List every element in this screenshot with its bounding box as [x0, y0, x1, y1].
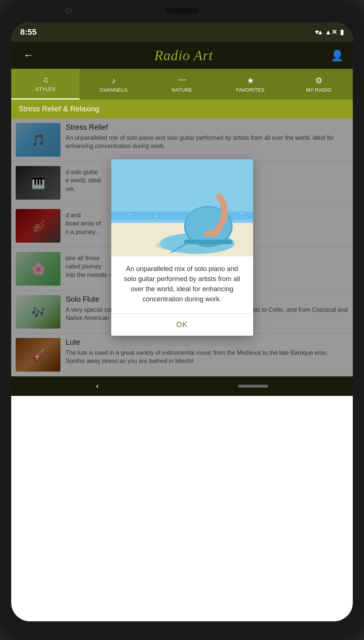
svg-point-14	[155, 215, 157, 217]
favorites-icon: ★	[247, 76, 254, 86]
tab-navigation: ♫ STYLES ♪ CHANNELS 〰 NATURE ★ FAVORITES…	[11, 69, 353, 99]
svg-rect-0	[111, 159, 253, 219]
tab-favorites-label: FAVORITES	[236, 87, 265, 93]
section-title: Stress Relief & Relaxing	[19, 105, 99, 113]
modal-dialog: An unparalleled mix of solo piano and so…	[111, 159, 253, 336]
svg-point-15	[241, 213, 243, 214]
front-camera	[65, 7, 72, 14]
signal-icon: ▲✕	[325, 28, 337, 36]
content-area: Stress Relief An unparalleled mix of sol…	[11, 119, 353, 376]
phone-shell: 8:55 ▾▴ ▲✕ ▮ ← Radio Art 👤 ♫ STYLES ♪ CH…	[0, 0, 364, 640]
channels-icon: ♪	[112, 76, 116, 86]
bottom-navigation-bar: ‹	[11, 376, 353, 396]
tab-channels[interactable]: ♪ CHANNELS	[80, 69, 148, 99]
modal-ok-button[interactable]: OK	[111, 314, 253, 336]
status-bar: 8:55 ▾▴ ▲✕ ▮	[11, 22, 353, 42]
myradio-icon: ⚙	[315, 76, 323, 86]
svg-point-10	[204, 231, 209, 237]
tab-nature-label: NATURE	[172, 87, 192, 93]
tab-styles-label: STYLES	[35, 86, 55, 92]
tab-myradio[interactable]: ⚙ MY RADIO	[284, 69, 353, 99]
app-title: Radio Art	[154, 47, 213, 64]
modal-overlay[interactable]: An unparalleled mix of solo piano and so…	[11, 119, 353, 376]
tab-nature[interactable]: 〰 NATURE	[148, 69, 216, 99]
home-indicator[interactable]	[238, 385, 268, 388]
section-header: Stress Relief & Relaxing	[11, 99, 353, 119]
tab-favorites[interactable]: ★ FAVORITES	[216, 69, 284, 99]
status-icons: ▾▴ ▲✕ ▮	[315, 28, 344, 36]
app-header: ← Radio Art 👤	[11, 42, 353, 69]
wifi-icon: ▾▴	[315, 28, 322, 36]
profile-button[interactable]: 👤	[331, 49, 344, 62]
back-button[interactable]: ←	[20, 46, 37, 64]
status-time: 8:55	[20, 27, 37, 37]
modal-image	[111, 159, 253, 256]
modal-description: An unparalleled mix of solo piano and so…	[120, 264, 244, 304]
tab-myradio-label: MY RADIO	[306, 87, 331, 93]
tab-channels-label: CHANNELS	[100, 87, 128, 93]
speaker	[165, 8, 199, 12]
modal-body: An unparalleled mix of solo piano and so…	[111, 256, 253, 313]
nature-icon: 〰	[178, 76, 186, 86]
styles-icon: ♫	[42, 75, 49, 85]
svg-rect-7	[184, 240, 233, 244]
tab-styles[interactable]: ♫ STYLES	[11, 69, 80, 99]
nav-back-button[interactable]: ‹	[96, 381, 99, 391]
battery-icon: ▮	[340, 28, 344, 36]
svg-point-13	[129, 214, 131, 215]
phone-screen: 8:55 ▾▴ ▲✕ ▮ ← Radio Art 👤 ♫ STYLES ♪ CH…	[11, 22, 353, 621]
svg-point-12	[215, 231, 220, 235]
